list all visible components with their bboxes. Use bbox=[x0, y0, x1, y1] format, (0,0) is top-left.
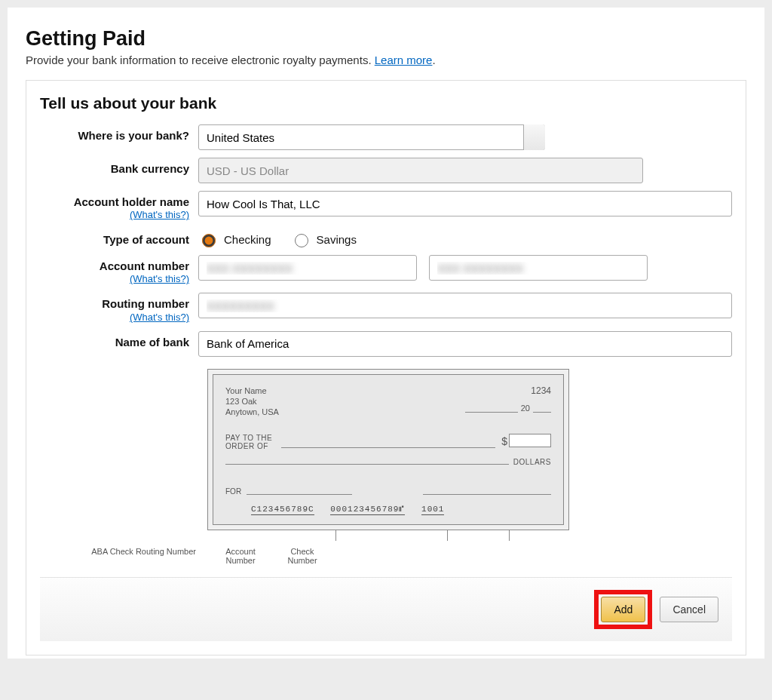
savings-radio[interactable] bbox=[295, 234, 308, 247]
label-account-type: Type of account bbox=[44, 229, 198, 246]
bank-currency-field: USD - US Dollar bbox=[198, 158, 643, 183]
check-caption-account: AccountNumber bbox=[214, 547, 267, 565]
dollar-sign-icon: $ bbox=[501, 435, 507, 447]
subtitle-text: Provide your bank information to receive… bbox=[26, 54, 375, 66]
section-title: Tell us about your bank bbox=[40, 94, 732, 112]
check-amount-box bbox=[509, 434, 551, 447]
check-number: 1234 bbox=[531, 385, 551, 396]
label-bank-currency: Bank currency bbox=[44, 158, 198, 175]
check-dollars-label: DOLLARS bbox=[513, 458, 551, 466]
page-subtitle: Provide your bank information to receive… bbox=[26, 54, 746, 66]
add-button-highlight: Add bbox=[594, 590, 652, 629]
checking-radio[interactable] bbox=[202, 234, 216, 247]
account-holder-input[interactable] bbox=[198, 191, 732, 216]
check-payto-label: PAY TO THEORDER OF bbox=[225, 434, 272, 450]
account-holder-help-link[interactable]: (What's this?) bbox=[44, 210, 189, 221]
check-caption-checknum: CheckNumber bbox=[276, 547, 329, 565]
subtitle-post: . bbox=[432, 54, 435, 66]
learn-more-link[interactable]: Learn more bbox=[375, 54, 433, 66]
add-button[interactable]: Add bbox=[601, 597, 645, 622]
form-footer: Add Cancel bbox=[40, 577, 732, 641]
label-bank-location: Where is your bank? bbox=[44, 124, 198, 142]
savings-label: Savings bbox=[317, 233, 357, 246]
check-name-line1: Your Name bbox=[225, 385, 551, 396]
routing-number-input[interactable] bbox=[198, 293, 732, 318]
account-number-confirm-input[interactable] bbox=[429, 255, 648, 281]
label-routing-number: Routing number bbox=[102, 297, 189, 310]
label-account-number: Account number bbox=[100, 259, 189, 272]
label-bank-name: Name of bank bbox=[44, 331, 198, 348]
account-type-checking[interactable]: Checking bbox=[198, 232, 271, 247]
check-micr-line: C123456789C 000123456789⑈ 1001 bbox=[251, 505, 444, 515]
account-number-input[interactable] bbox=[198, 255, 417, 281]
check-illustration: Your Name 123 Oak Anytown, USA 1234 20 P… bbox=[207, 369, 569, 547]
check-for-label: FOR bbox=[225, 487, 241, 496]
check-date: 20 bbox=[465, 404, 551, 413]
page-title: Getting Paid bbox=[26, 27, 746, 51]
checking-label: Checking bbox=[224, 233, 271, 246]
cancel-button[interactable]: Cancel bbox=[660, 597, 718, 622]
bank-country-select[interactable]: United States bbox=[198, 124, 545, 150]
bank-section: Tell us about your bank Where is your ba… bbox=[26, 80, 746, 655]
account-number-help-link[interactable]: (What's this?) bbox=[44, 274, 189, 285]
check-caption-routing: ABA Check Routing Number bbox=[0, 547, 196, 556]
label-account-holder: Account holder name bbox=[74, 195, 189, 208]
bank-name-input[interactable] bbox=[198, 331, 732, 357]
account-type-savings[interactable]: Savings bbox=[291, 232, 357, 247]
routing-number-help-link[interactable]: (What's this?) bbox=[44, 312, 189, 324]
